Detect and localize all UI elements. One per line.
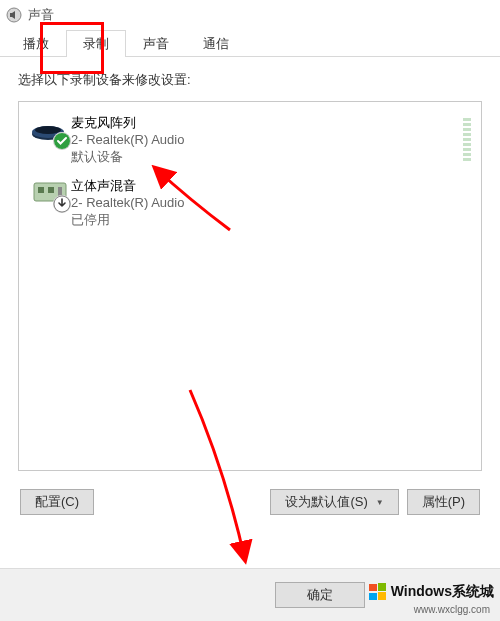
ok-button[interactable]: 确定 <box>275 582 365 608</box>
tab-recording[interactable]: 录制 <box>66 30 126 57</box>
device-text: 立体声混音 2- Realtek(R) Audio 已停用 <box>71 177 184 228</box>
watermark-url: www.wxclgg.com <box>414 604 490 615</box>
device-icon-card <box>29 177 71 207</box>
properties-button-label: 属性(P) <box>422 493 465 511</box>
device-text: 麦克风阵列 2- Realtek(R) Audio 默认设备 <box>71 114 184 165</box>
watermark: Windows系统城 <box>369 583 494 601</box>
set-default-label: 设为默认值(S) <box>285 493 367 511</box>
device-name: 立体声混音 <box>71 177 184 194</box>
svg-rect-7 <box>48 187 54 193</box>
svg-rect-10 <box>369 584 377 591</box>
properties-button[interactable]: 属性(P) <box>407 489 480 515</box>
buttons-row: 配置(C) 设为默认值(S) ▼ 属性(P) <box>18 489 482 515</box>
level-meter <box>463 118 471 161</box>
svg-rect-6 <box>38 187 44 193</box>
tab-comm[interactable]: 通信 <box>186 30 246 57</box>
set-default-button[interactable]: 设为默认值(S) ▼ <box>270 489 398 515</box>
windows-logo-icon <box>369 583 387 601</box>
device-name: 麦克风阵列 <box>71 114 184 131</box>
device-driver: 2- Realtek(R) Audio <box>71 131 184 148</box>
window-title: 声音 <box>28 6 54 24</box>
device-driver: 2- Realtek(R) Audio <box>71 194 184 211</box>
tab-sounds[interactable]: 声音 <box>126 30 186 57</box>
check-icon <box>53 132 71 150</box>
speaker-icon <box>6 7 22 23</box>
tab-playback-label: 播放 <box>23 36 49 51</box>
svg-rect-12 <box>369 593 377 600</box>
tab-strip: 播放 录制 声音 通信 <box>0 30 500 57</box>
prompt-text: 选择以下录制设备来修改设置: <box>18 71 482 89</box>
configure-button-label: 配置(C) <box>35 493 79 511</box>
device-icon-mic <box>29 114 71 144</box>
tab-playback[interactable]: 播放 <box>6 30 66 57</box>
tab-sounds-label: 声音 <box>143 36 169 51</box>
tab-recording-label: 录制 <box>83 36 109 51</box>
svg-rect-11 <box>378 583 386 591</box>
ok-button-label: 确定 <box>307 587 333 602</box>
chevron-down-icon: ▼ <box>376 498 384 507</box>
title-bar: 声音 <box>0 0 500 30</box>
device-list[interactable]: 麦克风阵列 2- Realtek(R) Audio 默认设备 <box>18 101 482 471</box>
list-item[interactable]: 立体声混音 2- Realtek(R) Audio 已停用 <box>25 171 475 234</box>
watermark-text: Windows系统城 <box>391 583 494 601</box>
arrow-down-icon <box>53 195 71 213</box>
device-status: 默认设备 <box>71 148 184 165</box>
configure-button[interactable]: 配置(C) <box>20 489 94 515</box>
svg-rect-13 <box>378 592 386 600</box>
list-item[interactable]: 麦克风阵列 2- Realtek(R) Audio 默认设备 <box>25 108 475 171</box>
device-status: 已停用 <box>71 211 184 228</box>
right-buttons: 设为默认值(S) ▼ 属性(P) <box>270 489 480 515</box>
tab-comm-label: 通信 <box>203 36 229 51</box>
content-area: 选择以下录制设备来修改设置: <box>0 57 500 515</box>
